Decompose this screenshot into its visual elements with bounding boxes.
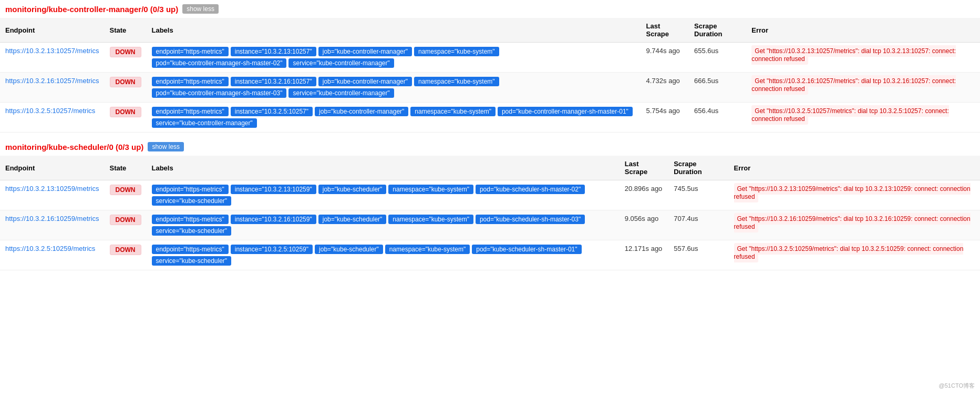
table-row: https://10.3.2.5:10257/metricsDOWNendpoi… [0, 103, 980, 133]
label-tag: instance="10.3.2.16:10259" [231, 215, 316, 224]
label-tag: job="kube-controller-manager" [318, 47, 412, 56]
label-tag: pod="kube-controller-manager-sh-master-0… [498, 107, 633, 116]
table-row: https://10.3.2.16:10257/metricsDOWNendpo… [0, 73, 980, 103]
table-row: https://10.3.2.13:10259/metricsDOWNendpo… [0, 180, 980, 210]
label-tag: job="kube-scheduler" [318, 185, 387, 194]
endpoint-cell: https://10.3.2.5:10257/metrics [0, 103, 105, 133]
section-title-kube-controller-manager: monitoring/kube-controller-manager/0 (0/… [5, 5, 178, 14]
label-tag: service="kube-scheduler" [152, 226, 232, 236]
label-tag: service="kube-controller-manager" [288, 88, 394, 98]
last-scrape-cell: 9.056s ago [620, 210, 668, 240]
error-cell: Get "https://10.3.2.13:10259/metrics": d… [729, 180, 980, 210]
label-tag: namespace="kube-system" [388, 185, 473, 194]
label-tag: namespace="kube-system" [410, 107, 496, 116]
table-wrapper-kube-scheduler: EndpointStateLabelsLast ScrapeScrape Dur… [0, 156, 980, 270]
section-kube-controller-manager: monitoring/kube-controller-manager/0 (0/… [0, 0, 980, 133]
endpoint-link[interactable]: https://10.3.2.16:10259/metrics [5, 215, 99, 222]
error-cell: Get "https://10.3.2.5:10259/metrics": di… [729, 240, 980, 270]
scrape-duration-cell: 745.5us [668, 180, 728, 210]
label-tag: job="kube-scheduler" [315, 245, 383, 254]
section-header-kube-controller-manager: monitoring/kube-controller-manager/0 (0/… [0, 0, 980, 18]
labels-cell: endpoint="https-metrics"instance="10.3.2… [147, 240, 620, 270]
error-text: Get "https://10.3.2.13:10259/metrics": d… [734, 183, 971, 202]
state-badge: DOWN [110, 77, 141, 87]
endpoint-link[interactable]: https://10.3.2.5:10257/metrics [5, 107, 95, 115]
label-tag: namespace="kube-system" [388, 215, 473, 224]
label-tag: instance="10.3.2.13:10257" [231, 47, 316, 56]
section-kube-scheduler: monitoring/kube-scheduler/0 (0/3 up)show… [0, 138, 980, 270]
last-scrape-cell: 5.754s ago [641, 103, 689, 133]
label-tag: job="kube-controller-manager" [315, 107, 408, 116]
table-wrapper-kube-controller-manager: EndpointStateLabelsLast ScrapeScrape Dur… [0, 18, 980, 133]
state-cell: DOWN [105, 240, 147, 270]
label-tag: namespace="kube-system" [385, 245, 470, 254]
label-tag: service="kube-scheduler" [152, 256, 232, 266]
col-header-lastScrape: Last Scrape [620, 156, 668, 180]
label-tag: namespace="kube-system" [414, 77, 499, 86]
label-tag: service="kube-controller-manager" [152, 118, 257, 128]
col-header-scrapeDuration: Scrape Duration [668, 156, 728, 180]
labels-cell: endpoint="https-metrics"instance="10.3.2… [147, 43, 641, 73]
error-text: Get "https://10.3.2.5:10257/metrics": di… [751, 105, 948, 125]
state-badge: DOWN [110, 107, 141, 117]
label-tag: instance="10.3.2.5:10257" [231, 107, 313, 116]
label-tag: service="kube-scheduler" [152, 196, 232, 206]
endpoint-cell: https://10.3.2.13:10259/metrics [0, 180, 105, 210]
col-header-state: State [105, 18, 147, 43]
error-text: Get "https://10.3.2.16:10259/metrics": d… [734, 213, 971, 232]
endpoint-cell: https://10.3.2.16:10259/metrics [0, 210, 105, 240]
state-badge: DOWN [110, 215, 141, 225]
section-title-kube-scheduler: monitoring/kube-scheduler/0 (0/3 up) [5, 143, 143, 151]
label-tag: service="kube-controller-manager" [288, 58, 394, 68]
state-cell: DOWN [105, 103, 147, 133]
state-badge: DOWN [110, 245, 141, 255]
error-text: Get "https://10.3.2.13:10257/metrics": d… [751, 45, 956, 65]
label-tag: job="kube-controller-manager" [318, 77, 412, 86]
col-header-endpoint: Endpoint [0, 18, 105, 43]
error-cell: Get "https://10.3.2.13:10257/metrics": d… [746, 43, 980, 73]
labels-cell: endpoint="https-metrics"instance="10.3.2… [147, 210, 620, 240]
scrape-duration-cell: 557.6us [668, 240, 728, 270]
col-header-labels: Labels [147, 156, 620, 180]
state-badge: DOWN [110, 47, 141, 57]
col-header-labels: Labels [147, 18, 641, 43]
show-less-button-kube-controller-manager[interactable]: show less [182, 4, 219, 14]
endpoint-cell: https://10.3.2.16:10257/metrics [0, 73, 105, 103]
state-cell: DOWN [105, 73, 147, 103]
scrape-duration-cell: 655.6us [689, 43, 746, 73]
error-cell: Get "https://10.3.2.16:10259/metrics": d… [729, 210, 980, 240]
last-scrape-cell: 9.744s ago [641, 43, 689, 73]
endpoint-link[interactable]: https://10.3.2.16:10257/metrics [5, 77, 99, 85]
col-header-error: Error [729, 156, 980, 180]
label-tag: endpoint="https-metrics" [152, 245, 229, 254]
label-tag: pod="kube-scheduler-sh-master-03" [476, 215, 585, 224]
col-header-error: Error [746, 18, 980, 43]
scrape-duration-cell: 666.5us [689, 73, 746, 103]
labels-cell: endpoint="https-metrics"instance="10.3.2… [147, 73, 641, 103]
label-tag: instance="10.3.2.13:10259" [231, 185, 316, 194]
table-row: https://10.3.2.5:10259/metricsDOWNendpoi… [0, 240, 980, 270]
show-less-button-kube-scheduler[interactable]: show less [148, 142, 184, 151]
last-scrape-cell: 12.171s ago [620, 240, 668, 270]
label-tag: pod="kube-controller-manager-sh-master-0… [152, 88, 287, 98]
scrape-duration-cell: 656.4us [689, 103, 746, 133]
label-tag: pod="kube-scheduler-sh-master-01" [472, 245, 581, 254]
col-header-state: State [105, 156, 147, 180]
endpoint-link[interactable]: https://10.3.2.13:10257/metrics [5, 47, 99, 55]
last-scrape-cell: 4.732s ago [641, 73, 689, 103]
state-badge: DOWN [110, 185, 141, 195]
error-cell: Get "https://10.3.2.16:10257/metrics": d… [746, 73, 980, 103]
label-tag: pod="kube-controller-manager-sh-master-0… [152, 58, 287, 68]
section-header-kube-scheduler: monitoring/kube-scheduler/0 (0/3 up)show… [0, 138, 980, 156]
label-tag: endpoint="https-metrics" [152, 47, 229, 56]
col-header-lastScrape: Last Scrape [641, 18, 689, 43]
col-header-scrapeDuration: Scrape Duration [689, 18, 746, 43]
state-cell: DOWN [105, 180, 147, 210]
endpoint-link[interactable]: https://10.3.2.13:10259/metrics [5, 185, 99, 193]
table-row: https://10.3.2.13:10257/metricsDOWNendpo… [0, 43, 980, 73]
col-header-endpoint: Endpoint [0, 156, 105, 180]
state-cell: DOWN [105, 43, 147, 73]
label-tag: instance="10.3.2.16:10257" [231, 77, 316, 86]
endpoint-link[interactable]: https://10.3.2.5:10259/metrics [5, 245, 95, 252]
label-tag: job="kube-scheduler" [318, 215, 387, 224]
